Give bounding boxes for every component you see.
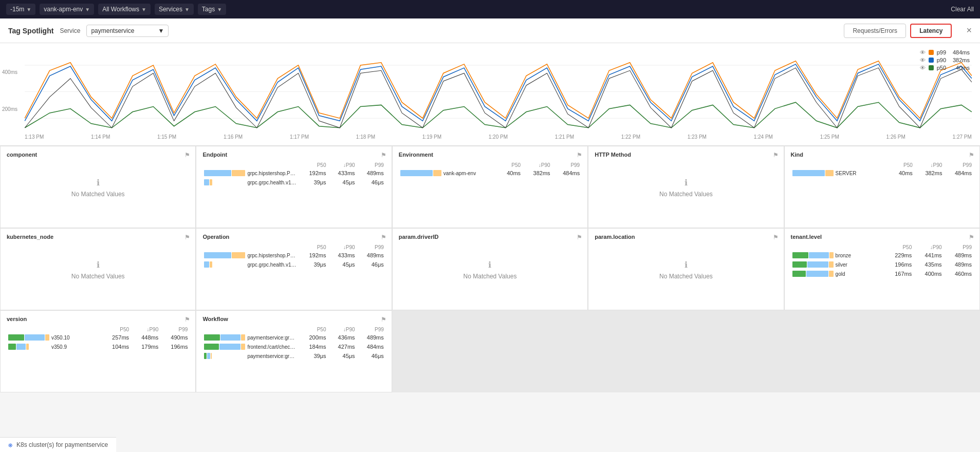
bar-p99 [433,170,441,176]
chevron-down-icon: ▼ [217,7,222,12]
pin-icon[interactable]: ⚑ [969,152,974,159]
env-filter[interactable]: vank-apm-env ▼ [40,4,94,15]
pin-icon[interactable]: ⚑ [577,152,582,159]
workflows-filter[interactable]: All Workflows ▼ [98,4,151,15]
legend-value: 382ms [949,57,970,63]
pin-icon[interactable]: ⚑ [184,152,190,159]
legend-label: p99 [937,49,946,55]
bar-p99 [829,271,834,277]
table-row: gold 167ms 400ms 460ms [791,269,973,278]
bar-p99 [241,334,245,341]
card-title: Kind [791,152,973,158]
bar-p50 [792,271,806,277]
bar-p90 [204,252,231,258]
row-label: SERVER [836,171,857,176]
legend-value: 484ms [949,49,970,55]
eye-icon[interactable]: 👁 [920,57,926,63]
card-title: param.driverID [399,234,581,240]
bar-p90 [25,334,44,341]
no-match-text: No Matched Values [71,191,125,198]
clear-all-button[interactable]: Clear All [951,6,974,13]
card-table: P50↓P90P99 grpc.hipstershop.PaymentServi… [202,162,385,187]
bar-p50 [8,334,24,341]
bar-p50 [204,353,207,359]
x-axis-labels: 1:13 PM1:14 PM1:15 PM1:16 PM1:17 PM1:18 … [8,133,972,140]
row-label: grpc.hipstershop.PaymentService/... [247,171,297,176]
card-kubernetes_node: kubernetes_node ⚑ ℹ No Matched Values [0,228,196,310]
bar-p99 [211,353,212,359]
pin-icon[interactable]: ⚑ [184,234,190,241]
bar-p90 [806,271,828,277]
pin-icon[interactable]: ⚑ [381,234,386,241]
pin-icon[interactable]: ⚑ [184,316,190,323]
bar-p90 [809,252,829,258]
table-row: SERVER 40ms 382ms 484ms [791,168,973,178]
table-row: v350.10 257ms 448ms 490ms [7,333,189,342]
row-label: v350.9 [51,344,67,350]
bar-p90 [400,170,433,176]
legend-value: 40ms [949,65,970,71]
bar-p99 [26,344,29,350]
chevron-down-icon: ▼ [85,7,90,12]
service-select[interactable]: paymentservice ▼ [86,25,169,37]
table-row: silver 196ms 435ms 489ms [791,260,973,269]
pin-icon[interactable]: ⚑ [381,152,386,159]
latency-chart [8,49,972,131]
card-operation: Operation ⚑ P50↓P90P99 grpc.hipstershop.… [196,228,392,310]
card-title: Environment [399,152,581,158]
chart-area: 400ms 200ms 1:13 PM1:14 PM1:15 PM1:16 PM… [0,43,980,146]
row-label: grpc.grpc.health.v1.Health/Check [247,262,297,268]
card-table: P50↓P90P99 grpc.hipstershop.PaymentServi… [202,244,385,269]
row-label: paymentservice:grpc.grpc.health.v1... [247,353,297,359]
no-match-container: ℹ No Matched Values [399,244,581,295]
bar-p99 [825,170,834,176]
time-filter[interactable]: -15m ▼ [6,4,35,15]
bar-p50 [204,344,219,350]
cards-grid: component ⚑ ℹ No Matched Values Endpoint… [0,146,980,392]
legend-label: p90 [937,57,946,63]
bar-p99 [232,170,245,176]
eye-icon[interactable]: 👁 [920,49,926,55]
service-label: Service [60,27,80,34]
table-row: frontend:/cart/checkout 184ms 427ms 484m… [202,342,385,351]
card-title: Workflow [202,316,385,322]
row-label: gold [836,271,845,277]
pin-icon[interactable]: ⚑ [773,234,779,241]
card-param_driverid: param.driverID ⚑ ℹ No Matched Values [392,228,588,310]
tab-requests-errors[interactable]: Requests/Errors [844,24,906,38]
card-title: HTTP Method [595,152,777,158]
table-row: vank-apm-env 40ms 382ms 484ms [399,168,581,178]
table-row: bronze 229ms 441ms 489ms [791,251,973,260]
bar-p50 [792,261,807,268]
card-title: component [7,152,189,158]
no-match-text: No Matched Values [659,191,713,198]
card-title: kubernetes_node [7,234,189,240]
tab-latency[interactable]: Latency [910,24,952,38]
legend-color [929,58,934,63]
tab-group: Requests/Errors Latency [844,24,952,38]
pin-icon[interactable]: ⚑ [969,234,974,241]
card-title: tenant.level [791,234,973,240]
eye-icon[interactable]: 👁 [920,65,926,71]
pin-icon[interactable]: ⚑ [381,316,386,323]
pin-icon[interactable]: ⚑ [577,234,582,241]
bar-p99 [45,334,49,341]
row-label: grpc.hipstershop.PaymentService/... [247,253,297,258]
card-kind: Kind ⚑ P50↓P90P99 SERVER 40ms 382ms 484m… [784,146,980,228]
table-row: grpc.hipstershop.PaymentService/... 192m… [202,168,385,178]
bar-p99 [829,261,833,268]
card-workflow: Workflow ⚑ P50↓P90P99 paymentservice:grp… [196,310,392,392]
bar-p99 [210,261,212,268]
table-row: grpc.hipstershop.PaymentService/... 192m… [202,251,385,260]
pin-icon[interactable]: ⚑ [773,152,779,159]
close-button[interactable]: × [966,25,972,36]
chevron-down-icon: ▼ [184,7,190,12]
bar-p90 [204,179,209,185]
row-label: bronze [836,253,852,258]
no-match-text: No Matched Values [71,273,125,280]
tags-filter[interactable]: Tags ▼ [198,4,226,15]
no-match-container: ℹ No Matched Values [7,244,189,295]
top-nav: -15m ▼ vank-apm-env ▼ All Workflows ▼ Se… [0,0,980,18]
card-version: version ⚑ P50↓P90P99 v350.10 257ms 448ms… [0,310,196,392]
services-filter[interactable]: Services ▼ [155,4,194,15]
